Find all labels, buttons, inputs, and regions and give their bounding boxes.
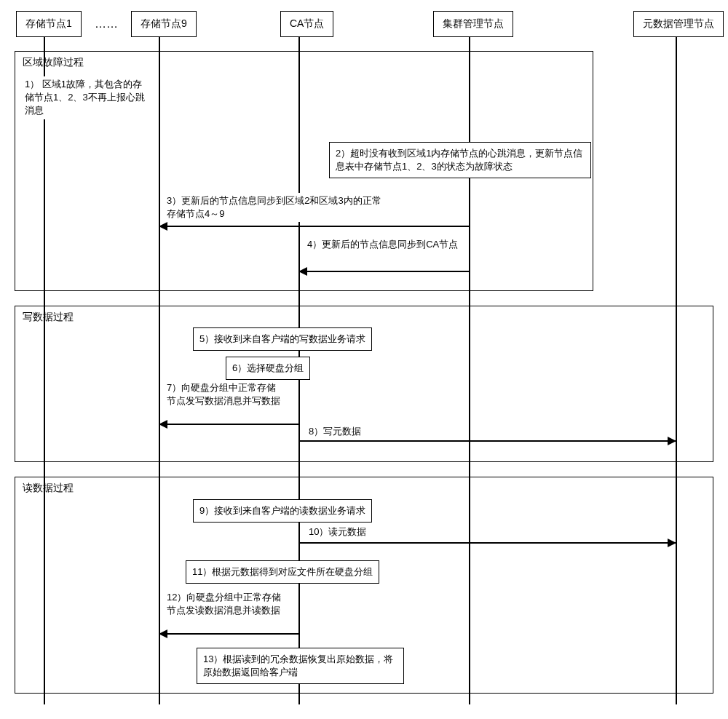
step8-arrow [299, 440, 676, 442]
ellipsis: …… [95, 17, 118, 31]
participant-storage1: 存储节点1 [16, 11, 82, 37]
step4-arrow [299, 271, 469, 272]
step13-note: 13）根据读到的冗余数据恢复出原始数据，将原始数据返回给客户端 [197, 648, 404, 684]
step8-label: 8）写元数据 [306, 424, 364, 440]
step2-note: 2）超时没有收到区域1内存储节点的心跳消息，更新节点信息表中存储节点1、2、3的… [329, 142, 591, 178]
step3-label: 3）更新后的节点信息同步到区域2和区域3内的正常存储节点4～9 [164, 193, 389, 222]
group-write-title: 写数据过程 [23, 311, 74, 324]
step7-arrow [159, 424, 298, 425]
participant-metadata: 元数据管理节点 [633, 11, 724, 37]
step7-label: 7）向硬盘分组中正常存储节点发写数据消息并写数据 [164, 380, 288, 409]
step4-label: 4）更新后的节点信息同步到CA节点 [304, 237, 468, 253]
step9-note: 9）接收到来自客户端的读数据业务请求 [193, 499, 372, 523]
step10-label: 10）读元数据 [306, 524, 369, 540]
participant-ca: CA节点 [280, 11, 333, 37]
step10-arrow [299, 542, 676, 544]
group-read-title: 读数据过程 [23, 482, 74, 495]
participant-storage9: 存储节点9 [131, 11, 197, 37]
step3-arrow [159, 226, 469, 227]
group-fault-title: 区域故障过程 [23, 56, 84, 69]
step6-note: 6）选择硬盘分组 [226, 357, 310, 380]
participant-cluster: 集群管理节点 [433, 11, 513, 37]
step1-label: 1） 区域1故障，其包含的存储节点1、2、3不再上报心跳消息 [22, 76, 153, 119]
step12-label: 12）向硬盘分组中正常存储节点发读数据消息并读数据 [164, 589, 288, 619]
step5-note: 5）接收到来自客户端的写数据业务请求 [193, 327, 372, 351]
step11-note: 11）根据元数据得到对应文件所在硬盘分组 [186, 560, 379, 584]
step12-arrow [159, 633, 298, 635]
